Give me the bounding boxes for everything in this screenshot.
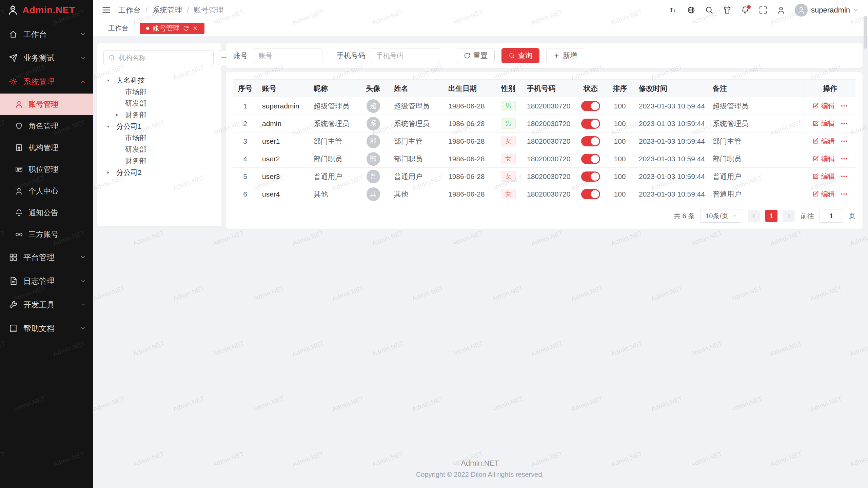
add-button-label: 新增 [563,51,577,60]
next-page-button[interactable] [783,210,795,222]
sidebar-item-account-admin[interactable]: 账号管理 [0,94,93,115]
more-actions-button[interactable] [840,120,848,127]
reset-button[interactable]: 重置 [457,48,495,63]
cell-phone: 18020030720 [522,97,576,115]
sidebar-item-notice[interactable]: 通知公告 [0,202,93,224]
tree-node[interactable]: 财务部 [103,109,215,121]
tree-node[interactable]: 大名科技 [103,75,215,86]
navbar-icons: Tt [669,6,785,14]
shield-icon [15,122,23,130]
status-toggle[interactable] [581,154,600,164]
font-size-icon[interactable]: Tt [669,6,677,14]
column-header: 备注 [708,80,805,97]
column-header: 昵称 [309,80,357,97]
sidebar-item-role-admin[interactable]: 角色管理 [0,115,93,137]
status-toggle[interactable] [581,171,600,182]
edit-icon [812,173,819,180]
user-settings-icon[interactable] [777,6,785,14]
edit-button[interactable]: 编辑 [812,119,835,128]
notification-bell-icon[interactable] [741,6,749,14]
sidebar-item-help-docs[interactable]: 帮助文档 [0,317,93,340]
cell-account: user3 [257,168,309,185]
scrollbar-thumb[interactable] [864,16,867,49]
tree-node[interactable]: 财务部 [103,155,215,167]
search-icon [509,53,515,59]
cell-actions: 编辑 [805,115,855,133]
page-size-select[interactable]: 10条/页 [700,209,742,223]
tree-node-label: 研发部 [125,99,146,108]
tree-node[interactable]: 市场部 [103,132,215,144]
search-icon[interactable] [705,6,713,14]
cell-phone: 18020030720 [522,133,576,150]
sidebar-item-business-test[interactable]: 业务测试 [0,46,93,70]
gender-tag: 女 [501,189,516,199]
hamburger-menu-icon[interactable] [102,5,111,15]
sidebar-item-platform-admin[interactable]: 平台管理 [0,245,93,269]
breadcrumb-item[interactable]: 工作台 [118,5,141,15]
tab-refresh-icon[interactable] [183,25,189,31]
status-toggle[interactable] [581,119,600,129]
sidebar-item-log-admin[interactable]: 日志管理 [0,269,93,293]
cell-actions: 编辑 [805,150,855,168]
caret-right-icon[interactable] [106,170,116,175]
tab-label: 工作台 [108,24,129,33]
search-icon [108,54,115,61]
edit-button[interactable]: 编辑 [812,137,835,146]
tree-node[interactable]: 分公司2 [103,167,215,178]
caret-right-icon[interactable] [115,113,125,117]
footer-title: Admin.NET [97,459,863,468]
language-icon[interactable] [687,6,695,14]
edit-button[interactable]: 编辑 [812,172,835,181]
cell-nickname: 系统管理员 [309,115,357,133]
sidebar-item-label: 工作台 [23,29,80,40]
prev-page-button[interactable] [748,210,760,222]
user-menu[interactable]: superadmin [795,4,859,17]
table-header-row: 序号账号昵称头像姓名出生日期性别手机号码状态排序修改时间备注操作 [233,80,855,97]
theme-icon[interactable] [723,6,731,14]
tab-bar: 工作台账号管理 [93,20,868,36]
tab-account-admin[interactable]: 账号管理 [140,23,204,34]
add-button[interactable]: 新增 [546,48,584,63]
tree-node[interactable]: 研发部 [103,98,215,109]
sidebar-item-system-admin[interactable]: 系统管理 [0,70,93,94]
tab-close-icon[interactable] [192,25,198,31]
more-actions-button[interactable] [840,155,848,163]
search-button-label: 查询 [518,51,532,60]
edit-button[interactable]: 编辑 [812,101,835,110]
avatar: 部 [367,152,380,166]
page-number-button[interactable]: 1 [765,210,777,222]
breadcrumb-item[interactable]: 系统管理 [152,5,182,15]
search-button[interactable]: 查询 [501,48,539,63]
status-toggle[interactable] [581,136,600,146]
goto-page-input[interactable] [820,209,843,223]
org-search-input[interactable] [119,54,209,62]
book-icon [9,324,18,333]
tree-node[interactable]: 研发部 [103,144,215,155]
phone-input[interactable] [371,48,440,63]
sidebar-item-org-admin[interactable]: 机构管理 [0,137,93,159]
sidebar-item-dev-tools[interactable]: 开发工具 [0,293,93,317]
tree-node[interactable]: 市场部 [103,86,215,98]
tab-workbench[interactable]: 工作台 [102,23,135,34]
cell-avatar: 部 [357,150,389,168]
caret-down-icon[interactable] [106,124,116,129]
more-actions-button[interactable] [840,172,848,180]
sidebar-item-personal-center[interactable]: 个人中心 [0,180,93,202]
edit-button[interactable]: 编辑 [812,189,835,199]
fullscreen-icon[interactable] [759,6,767,14]
edit-button[interactable]: 编辑 [812,154,835,163]
more-actions-button[interactable] [840,190,848,198]
caret-down-icon[interactable] [106,78,116,83]
cell-account: superadmin [257,97,309,115]
sidebar-item-position-admin[interactable]: 职位管理 [0,159,93,180]
sidebar-item-third-account[interactable]: 三方账号 [0,224,93,245]
status-toggle[interactable] [581,189,600,199]
logo-icon [7,5,18,16]
more-actions-button[interactable] [840,137,848,145]
more-actions-button[interactable] [840,102,848,110]
status-toggle[interactable] [581,101,600,111]
cell-name: 其他 [389,185,443,203]
sidebar-item-workbench[interactable]: 工作台 [0,22,93,46]
account-input[interactable] [253,48,322,63]
tree-node[interactable]: 分公司1 [103,121,215,132]
